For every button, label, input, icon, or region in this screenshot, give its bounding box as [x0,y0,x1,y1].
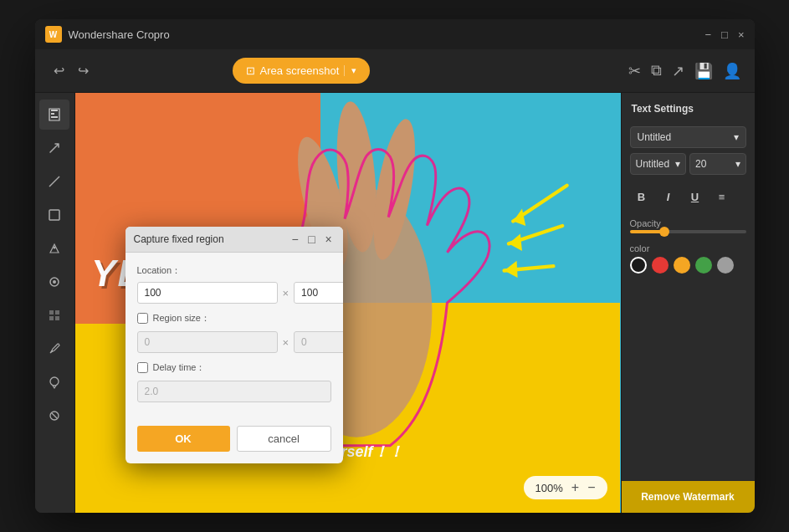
zoom-controls: 100% + − [524,476,607,499]
cut-icon[interactable]: ✂ [628,62,641,80]
pen-tool-button[interactable] [39,233,69,263]
zoom-out-button[interactable]: − [587,481,595,494]
app-window: W Wondershare Cropro − □ × ↩ ↪ ⊡ Area sc… [35,19,755,513]
svg-point-4 [53,280,56,284]
screenshot-icon: ⊡ [246,64,255,77]
region-y-input [294,331,342,353]
minimize-button[interactable]: − [704,28,711,41]
dialog-title-bar: Capture fixed region − □ × [126,227,343,253]
zoom-in-button[interactable]: + [571,481,579,494]
dialog-title: Capture fixed region [134,233,224,245]
svg-line-12 [52,413,57,418]
font-style-dropdown[interactable]: Untitled ▾ [630,153,687,175]
dialog-footer: OK cancel [126,419,343,463]
location-y-input[interactable] [294,282,342,304]
color-swatch-gray[interactable] [717,257,734,274]
stamp-tool-button[interactable] [39,267,69,297]
dialog-minimize-button[interactable]: − [289,233,301,245]
save-icon[interactable]: 💾 [694,62,713,80]
area-screenshot-label: Area screenshot [260,64,340,77]
location-label: Location： [137,264,331,277]
svg-marker-18 [514,209,526,226]
capture-fixed-region-dialog: Capture fixed region − □ × Location： × [126,227,343,463]
font-family-section: Untitled ▾ Untitled ▾ 20 ▾ [622,121,755,180]
region-size-label: Region size： [153,312,210,325]
region-x-input [137,331,278,353]
font-size-value: 20 [695,158,706,170]
svg-rect-7 [49,316,54,320]
right-panel: Text Settings Untitled ▾ Untitled ▾ 20 ▾ [621,93,755,513]
toolbar: ↩ ↪ ⊡ Area screenshot ▾ ✂ ⧉ ↗ 💾 👤 [35,49,755,93]
blur-tool-button[interactable] [39,300,69,330]
share-icon[interactable]: ↗ [672,62,684,80]
bold-button[interactable]: B [630,185,653,208]
underline-button[interactable]: U [684,185,707,208]
window-controls: − □ × [704,28,744,41]
dialog-close-button[interactable]: × [323,233,335,245]
color-swatch-green[interactable] [695,257,712,274]
svg-rect-5 [49,310,54,315]
italic-button[interactable]: I [657,185,680,208]
dialog-body: Location： × Region size： × [126,253,343,419]
content-area: YEAH!!! [35,93,755,513]
capture-dialog-overlay: Capture fixed region − □ × Location： × [126,227,343,463]
color-swatches [622,257,755,280]
speech-tool-button[interactable] [39,367,69,397]
delay-time-label: Delay time： [153,361,206,374]
arrow-tool-button[interactable] [39,133,69,163]
tools-sidebar [35,93,75,513]
font-family-arrow: ▾ [734,131,739,143]
svg-marker-20 [509,234,522,251]
region-size-checkbox[interactable] [137,313,148,324]
dialog-cancel-button[interactable]: cancel [237,426,331,452]
line-tool-button[interactable] [39,166,69,197]
account-icon[interactable]: 👤 [723,62,741,80]
color-swatch-yellow[interactable] [674,257,690,274]
delay-time-checkbox[interactable] [137,362,148,373]
maximize-button[interactable]: □ [721,28,728,41]
font-family-value: Untitled [638,131,672,143]
dialog-ok-button[interactable]: OK [137,426,230,452]
edit-text-tool-button[interactable] [39,100,69,130]
font-family-dropdown[interactable]: Untitled ▾ [630,126,746,148]
eraser-tool-button[interactable] [39,401,69,431]
location-x-input[interactable] [137,282,278,304]
dialog-window-buttons: − □ × [289,233,335,245]
region-x-separator: × [283,336,289,349]
screenshot-dropdown-arrow[interactable]: ▾ [344,65,356,76]
remove-watermark-button[interactable]: Remove Watermark [622,481,755,513]
svg-marker-22 [505,261,518,278]
brush-tool-button[interactable] [39,334,69,364]
font-size-arrow: ▾ [735,158,740,170]
font-style-row: Untitled ▾ 20 ▾ [630,153,746,175]
font-size-dropdown[interactable]: 20 ▾ [689,153,746,175]
color-swatch-red[interactable] [652,257,669,274]
app-logo: W [45,26,62,43]
area-screenshot-button[interactable]: ⊡ Area screenshot ▾ [233,58,371,84]
delay-input-row [137,381,331,402]
dialog-maximize-button[interactable]: □ [306,233,318,245]
font-style-arrow: ▾ [675,158,680,170]
opacity-slider[interactable] [630,230,746,233]
canvas-area[interactable]: YEAH!!! [75,93,621,513]
undo-button[interactable]: ↩ [49,59,69,82]
svg-rect-8 [55,316,59,320]
region-size-input-row: × [137,331,331,353]
color-swatch-black[interactable] [630,257,647,274]
opacity-label: Opacity [622,213,755,230]
app-title: Wondershare Cropro [69,28,705,41]
svg-point-10 [50,377,59,386]
strikethrough-button[interactable]: ≡ [710,185,734,208]
copy-icon[interactable]: ⧉ [651,62,662,79]
title-bar: W Wondershare Cropro − □ × [35,19,755,49]
shape-tool-button[interactable] [39,200,69,230]
svg-point-2 [54,247,56,249]
panel-header: Text Settings [622,93,755,121]
location-input-row: × [137,282,331,304]
opacity-thumb[interactable] [659,227,669,237]
svg-rect-1 [49,210,59,220]
color-label: color [622,238,755,257]
font-style-value: Untitled [636,158,670,170]
redo-button[interactable]: ↪ [73,59,94,82]
close-button[interactable]: × [738,28,745,41]
